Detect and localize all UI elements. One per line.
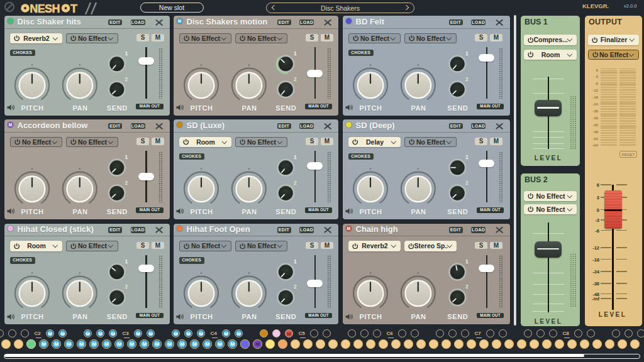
svg-text:NESH: NESH xyxy=(30,2,60,14)
svg-text:T: T xyxy=(70,2,77,14)
